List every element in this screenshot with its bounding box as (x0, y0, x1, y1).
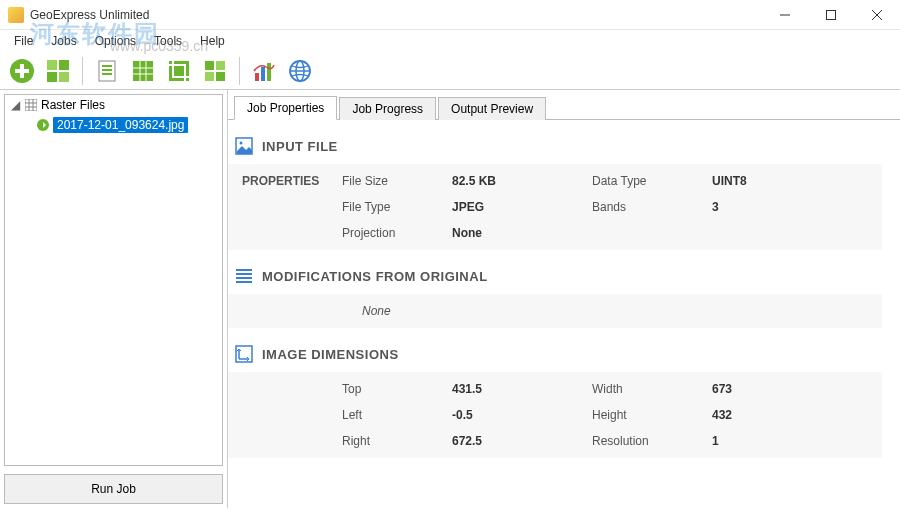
prop-key: Width (592, 382, 712, 396)
sidebar: ◢ Raster Files 2017-12-01_093624.jpg Run… (0, 90, 228, 508)
svg-rect-10 (59, 72, 69, 82)
prop-val: 673 (712, 382, 812, 396)
tree-item-label: 2017-12-01_093624.jpg (53, 117, 188, 133)
prop-val: 1 (712, 434, 812, 448)
prop-key: Right (342, 434, 452, 448)
menu-help[interactable]: Help (192, 32, 233, 50)
svg-rect-27 (267, 63, 271, 81)
svg-rect-42 (236, 281, 252, 283)
svg-rect-31 (25, 99, 37, 111)
svg-rect-41 (236, 277, 252, 279)
prop-key: Resolution (592, 434, 712, 448)
svg-rect-24 (216, 72, 225, 81)
section-input-file: INPUT FILE PROPERTIES File Size 82.5 KB … (228, 128, 882, 250)
section-title: IMAGE DIMENSIONS (262, 347, 399, 362)
menubar: File Jobs Options Tools Help (0, 30, 900, 52)
image-icon (234, 136, 254, 156)
modifications-none: None (242, 304, 868, 318)
prop-key: Data Type (592, 174, 712, 188)
prop-val: 431.5 (452, 382, 592, 396)
svg-rect-22 (216, 61, 225, 70)
svg-rect-8 (59, 60, 69, 70)
add-job-button[interactable] (6, 55, 38, 87)
svg-rect-15 (133, 61, 153, 81)
menu-file[interactable]: File (6, 32, 41, 50)
dimensions-icon (234, 344, 254, 364)
tree-root-label: Raster Files (41, 98, 105, 112)
globe-button[interactable] (284, 55, 316, 87)
svg-rect-25 (255, 73, 259, 81)
svg-point-38 (240, 142, 243, 145)
grid-icon (24, 98, 38, 112)
svg-rect-7 (47, 60, 57, 70)
prop-val: UINT8 (712, 174, 812, 188)
section-modifications: MODIFICATIONS FROM ORIGINAL None (228, 258, 882, 328)
app-icon (8, 7, 24, 23)
toolbar-separator (82, 57, 83, 85)
svg-rect-21 (205, 61, 214, 70)
collapse-icon[interactable]: ◢ (9, 98, 21, 112)
tab-bar: Job Properties Job Progress Output Previ… (228, 94, 900, 120)
section-image-dimensions: IMAGE DIMENSIONS Top 431.5 Width 673 Lef… (228, 336, 882, 458)
prop-val: 432 (712, 408, 812, 422)
tab-output-preview[interactable]: Output Preview (438, 97, 546, 120)
toolbar (0, 52, 900, 90)
svg-rect-23 (205, 72, 214, 81)
prop-key: Projection (342, 226, 452, 240)
prop-val: JPEG (452, 200, 592, 214)
svg-rect-9 (47, 72, 57, 82)
prop-key: File Size (342, 174, 452, 188)
svg-rect-39 (236, 269, 252, 271)
menu-jobs[interactable]: Jobs (43, 32, 84, 50)
tab-job-progress[interactable]: Job Progress (339, 97, 436, 120)
crop-button[interactable] (163, 55, 195, 87)
properties-panel[interactable]: INPUT FILE PROPERTIES File Size 82.5 KB … (228, 120, 900, 508)
tab-job-properties[interactable]: Job Properties (234, 96, 337, 120)
run-job-button[interactable]: Run Job (4, 474, 223, 504)
file-tree[interactable]: ◢ Raster Files 2017-12-01_093624.jpg (4, 94, 223, 466)
svg-rect-40 (236, 273, 252, 275)
svg-rect-6 (15, 69, 29, 73)
prop-key: Height (592, 408, 712, 422)
properties-group-label: PROPERTIES (242, 174, 342, 188)
tree-root[interactable]: ◢ Raster Files (5, 95, 222, 115)
list-icon (234, 266, 254, 286)
titlebar: GeoExpress Unlimited (0, 0, 900, 30)
svg-rect-1 (827, 10, 836, 19)
section-title: MODIFICATIONS FROM ORIGINAL (262, 269, 488, 284)
prop-key: Bands (592, 200, 712, 214)
menu-tools[interactable]: Tools (146, 32, 190, 50)
tile-button[interactable] (199, 55, 231, 87)
toolbar-separator (239, 57, 240, 85)
prop-val: None (452, 226, 592, 240)
mosaic-button[interactable] (42, 55, 74, 87)
maximize-button[interactable] (808, 0, 854, 30)
tree-item[interactable]: 2017-12-01_093624.jpg (5, 115, 222, 135)
prop-key: File Type (342, 200, 452, 214)
grid-button[interactable] (127, 55, 159, 87)
prop-val: -0.5 (452, 408, 592, 422)
prop-val: 82.5 KB (452, 174, 592, 188)
menu-options[interactable]: Options (87, 32, 144, 50)
file-status-icon (36, 118, 50, 132)
content-area: Job Properties Job Progress Output Previ… (228, 90, 900, 508)
window-title: GeoExpress Unlimited (30, 8, 762, 22)
prop-key: Left (342, 408, 452, 422)
prop-val: 672.5 (452, 434, 592, 448)
section-title: INPUT FILE (262, 139, 338, 154)
svg-rect-26 (261, 67, 265, 81)
prop-val: 3 (712, 200, 812, 214)
close-button[interactable] (854, 0, 900, 30)
prop-key: Top (342, 382, 452, 396)
chart-button[interactable] (248, 55, 280, 87)
minimize-button[interactable] (762, 0, 808, 30)
document-button[interactable] (91, 55, 123, 87)
